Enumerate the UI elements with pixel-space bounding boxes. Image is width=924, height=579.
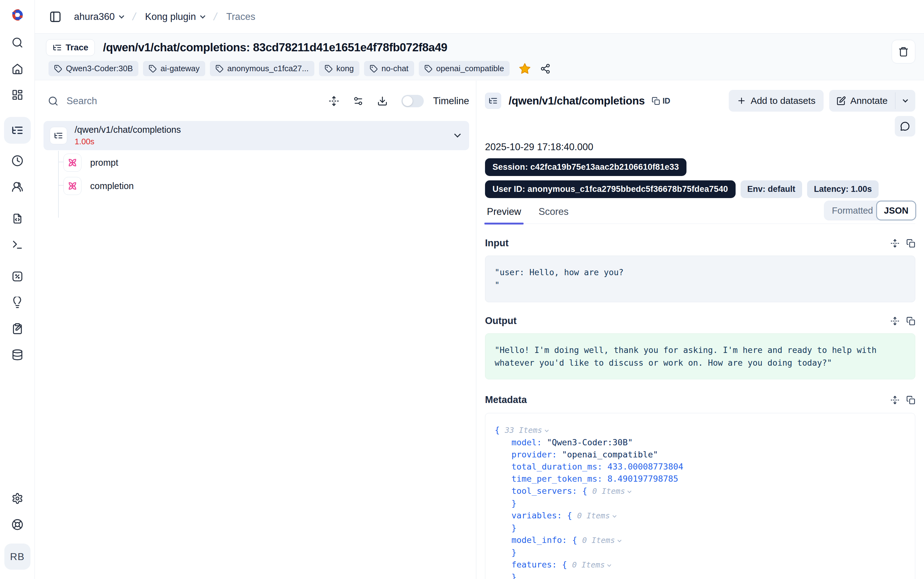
- sidebar-item-support[interactable]: [11, 518, 23, 530]
- trace-tag[interactable]: ai-gateway: [143, 61, 205, 76]
- panel-left-icon: [49, 11, 62, 23]
- copy-id-button[interactable]: ID: [651, 96, 670, 105]
- tag-label: no-chat: [382, 64, 408, 74]
- timeline-toggle[interactable]: [402, 95, 424, 107]
- format-formatted-option[interactable]: Formatted: [832, 206, 876, 216]
- tag-icon: [370, 65, 378, 73]
- fold-vertical-icon: [329, 96, 339, 106]
- sidebar-item-datasets[interactable]: [11, 349, 23, 361]
- sliders-icon: [353, 96, 364, 106]
- clock-icon: [11, 155, 23, 167]
- user-avatar[interactable]: RB: [4, 543, 31, 570]
- plus-icon: [737, 96, 746, 105]
- sidebar-item-prompts[interactable]: [11, 213, 23, 224]
- tree-node-latency: 1.00s: [75, 137, 181, 146]
- trace-badge-label: Trace: [65, 43, 88, 52]
- list-tree-icon: [488, 96, 498, 105]
- trace-tree: /qwen/v1/chat/completions 1.00s prompt: [44, 121, 469, 197]
- star-icon: [519, 62, 531, 75]
- sidebar-item-playground[interactable]: [11, 239, 23, 250]
- collapse-all-button[interactable]: [329, 96, 339, 106]
- fold-vertical-icon[interactable]: [890, 396, 900, 404]
- share-button[interactable]: [540, 64, 550, 74]
- view-settings-button[interactable]: [353, 96, 364, 106]
- tag-icon: [149, 65, 157, 73]
- tree-node-prompt[interactable]: prompt: [44, 152, 469, 173]
- trace-node-icon: [485, 93, 501, 109]
- add-to-datasets-button[interactable]: Add to datasets: [729, 90, 823, 112]
- sidebar-item-annotation[interactable]: [11, 323, 23, 335]
- event-pinwheel-icon: [64, 154, 82, 172]
- detail-title: /qwen/v1/chat/completions: [509, 95, 645, 107]
- detail-tabs: Preview Scores Formatted JSON: [485, 206, 915, 224]
- tab-scores[interactable]: Scores: [537, 206, 570, 224]
- fold-vertical-icon[interactable]: [890, 317, 900, 325]
- trace-title: /qwen/v1/chat/completions: 83cd78211d41e…: [103, 41, 447, 54]
- metadata-section-title: Metadata: [485, 394, 527, 406]
- sidebar-item-tracing-active[interactable]: [4, 117, 31, 144]
- comments-button[interactable]: [895, 116, 915, 136]
- observation-detail-panel: /qwen/v1/chat/completions ID Add to data…: [476, 80, 924, 579]
- breadcrumb-section[interactable]: Kong plugin: [145, 11, 204, 22]
- trace-tag[interactable]: anonymous_c1fca27...: [210, 61, 314, 76]
- tree-node-title: /qwen/v1/chat/completions: [75, 125, 181, 135]
- latency-badge: Latency: 1.00s: [807, 180, 878, 198]
- search-input[interactable]: [67, 95, 329, 107]
- input-section-title: Input: [485, 237, 509, 249]
- fold-vertical-icon[interactable]: [890, 239, 900, 248]
- sidebar-item-users[interactable]: [11, 181, 23, 193]
- copy-id-label: ID: [663, 96, 670, 105]
- list-tree-icon: [11, 124, 24, 136]
- trace-tag[interactable]: kong: [319, 61, 359, 76]
- tag-label: openai_compatible: [436, 64, 504, 74]
- delete-trace-button[interactable]: [892, 40, 915, 64]
- sidebar-item-insights[interactable]: [11, 297, 23, 309]
- breadcrumb-project[interactable]: ahura360: [74, 11, 123, 22]
- collapse-node-button[interactable]: [455, 133, 460, 139]
- tag-label: kong: [336, 64, 354, 74]
- database-icon: [11, 349, 23, 361]
- tab-preview[interactable]: Preview: [485, 206, 523, 224]
- output-section-title: Output: [485, 315, 517, 327]
- sidebar-item-search[interactable]: [11, 37, 23, 49]
- sidebar-item-evaluation[interactable]: [11, 270, 23, 282]
- trace-tag[interactable]: openai_compatible: [419, 61, 509, 76]
- copy-icon[interactable]: [906, 396, 915, 404]
- trace-tag[interactable]: no-chat: [364, 61, 414, 76]
- lightbulb-icon: [11, 297, 23, 309]
- download-button[interactable]: [377, 96, 388, 106]
- sidebar-item-home[interactable]: [11, 63, 23, 75]
- format-json-option-selected[interactable]: JSON: [876, 201, 916, 221]
- chevron-down-icon: [903, 97, 908, 103]
- favorite-star-button[interactable]: [519, 62, 531, 75]
- app-logo-icon[interactable]: [9, 7, 26, 24]
- copy-icon[interactable]: [906, 239, 915, 248]
- sidebar-item-settings[interactable]: [11, 492, 23, 504]
- trace-tag[interactable]: Qwen3-Coder:30B: [49, 61, 138, 76]
- breadcrumb: ahura360 / Kong plugin / Traces: [74, 11, 255, 23]
- breadcrumb-section-label: Kong plugin: [145, 11, 196, 22]
- tree-node-label: prompt: [90, 158, 118, 168]
- lifebuoy-icon: [11, 518, 23, 530]
- pen-square-icon: [837, 96, 846, 105]
- tree-node-root-selected[interactable]: /qwen/v1/chat/completions 1.00s: [44, 121, 469, 150]
- tag-icon: [54, 65, 62, 73]
- annotate-label: Annotate: [850, 95, 888, 106]
- tag-label: ai-gateway: [160, 64, 199, 74]
- format-toggle: Formatted JSON: [824, 201, 915, 221]
- sidebar-item-dashboards[interactable]: [11, 89, 23, 101]
- breadcrumb-page[interactable]: Traces: [226, 11, 256, 22]
- tag-icon: [215, 65, 224, 73]
- user-id-badge[interactable]: User ID: anonymous_c1fca2795bbedc5f36678…: [485, 180, 736, 198]
- tag-icon: [424, 65, 433, 73]
- annotate-button[interactable]: Annotate: [829, 90, 895, 112]
- trace-type-badge: Trace: [46, 39, 95, 56]
- event-pinwheel-icon: [64, 177, 82, 195]
- copy-icon[interactable]: [906, 317, 915, 325]
- tag-label: anonymous_c1fca27...: [227, 64, 309, 74]
- sidebar-item-sessions[interactable]: [11, 155, 23, 167]
- session-badge[interactable]: Session: c42fca19b75e13aac2b2106610f81e3…: [485, 158, 686, 176]
- tree-node-completion[interactable]: completion: [44, 175, 469, 197]
- annotate-dropdown-button[interactable]: [895, 90, 915, 112]
- sidebar-toggle-button[interactable]: [49, 11, 62, 23]
